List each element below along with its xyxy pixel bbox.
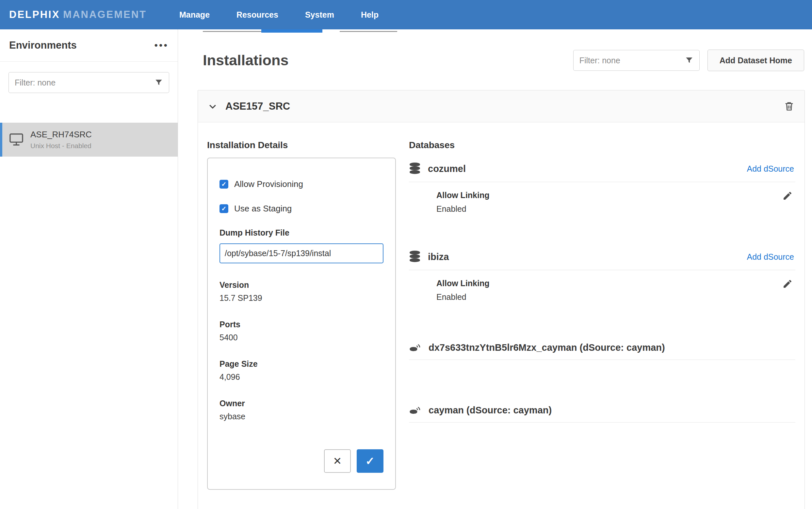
ports-label: Ports [219,320,383,329]
database-name: ibiza [428,251,449,262]
dump-history-file-label: Dump History File [219,228,383,238]
page-title: Installations [203,52,289,69]
cancel-button[interactable]: ✕ [324,449,351,473]
owner-value: sybase [219,412,383,421]
database-entry-details: Allow Linking Enabled [409,191,795,214]
database-entry-dx7s-cayman: dx7s633tnzYtnB5lr6Mzx_cayman (dSource: c… [409,342,795,360]
add-dsource-link[interactable]: Add dSource [747,252,795,262]
installation-card: ASE157_SRC Installation Details ✓ Allow … [198,90,805,509]
database-name: dx7s633tnzYtnB5lr6Mzx_cayman (dSource: c… [429,342,665,353]
database-entry-ibiza: ibiza Add dSource Allow Linking Enabled [409,250,795,302]
sidebar-title: Environments [9,39,77,51]
logo-secondary: MANAGEMENT [63,9,147,20]
database-icon [409,162,421,175]
database-entry-cozumel: cozumel Add dSource Allow Linking Enable… [409,162,795,214]
add-dsource-link[interactable]: Add dSource [747,164,795,174]
installation-card-header[interactable]: ASE157_SRC [198,90,805,122]
page-body: Environments ••• ASE_RH74SRC Unix Host -… [0,29,812,509]
tab-fragment-right[interactable] [340,31,397,32]
filter-funnel-icon[interactable] [685,56,693,65]
version-label: Version [219,280,383,290]
trash-icon[interactable] [784,101,795,112]
installations-filter[interactable] [573,50,700,71]
env-item-status: Unix Host - Enabled [30,142,92,150]
installation-details-panel: ✓ Allow Provisioning ✓ Use as Staging Du… [207,158,396,490]
database-name: cayman (dSource: cayman) [429,405,552,416]
nav-item-help[interactable]: Help [360,7,380,23]
dsource-icon [409,343,421,353]
database-icon [409,250,421,263]
use-as-staging-checkbox[interactable]: ✓ [219,204,228,213]
databases-column: Databases cozumel Add dSource [409,140,795,490]
database-name: cozumel [428,164,466,174]
database-entry-header: ibiza Add dSource [409,250,795,270]
confirm-button[interactable]: ✓ [357,449,383,473]
main-content: Installations Add Dataset Home ASE157_SR… [178,29,812,509]
delphix-logo: DELPHIXMANAGEMENT [9,9,147,21]
installation-card-body: Installation Details ✓ Allow Provisionin… [198,122,805,509]
ellipsis-menu-icon[interactable]: ••• [154,40,168,50]
installations-filter-input[interactable] [580,56,681,65]
ports-value: 5400 [219,333,383,342]
tab-fragment-left[interactable] [203,31,261,32]
installation-details-heading: Installation Details [207,140,396,150]
version-value: 15.7 SP139 [219,293,383,303]
environments-sidebar: Environments ••• ASE_RH74SRC Unix Host -… [0,29,178,509]
header-actions: Add Dataset Home [573,49,804,71]
env-item-texts: ASE_RH74SRC Unix Host - Enabled [30,130,92,150]
allow-provisioning-checkbox[interactable]: ✓ [219,180,228,189]
sidebar-filter-input[interactable] [15,78,151,88]
database-entry-header: dx7s633tnzYtnB5lr6Mzx_cayman (dSource: c… [409,342,795,360]
allow-provisioning-row: ✓ Allow Provisioning [219,179,383,189]
add-dataset-home-button[interactable]: Add Dataset Home [708,49,804,71]
main-header: Installations Add Dataset Home [198,49,812,71]
database-entry-cayman: cayman (dSource: cayman) [409,405,795,422]
allow-linking-label: Allow Linking [436,191,773,200]
dsource-icon [409,405,421,416]
allow-linking-value: Enabled [436,292,773,302]
allow-linking-label: Allow Linking [436,279,773,288]
page-size-value: 4,096 [219,372,383,382]
top-navbar: DELPHIXMANAGEMENT Manage Resources Syste… [0,0,812,29]
env-item-name: ASE_RH74SRC [30,130,92,140]
filter-funnel-icon[interactable] [155,78,163,87]
database-entry-header: cayman (dSource: cayman) [409,405,795,422]
database-entry-details: Allow Linking Enabled [409,279,795,302]
details-action-buttons: ✕ ✓ [219,449,383,473]
tab-fragment-active[interactable] [261,29,322,33]
databases-heading: Databases [409,140,795,150]
use-as-staging-row: ✓ Use as Staging [219,204,383,214]
installation-name: ASE157_SRC [225,101,290,112]
host-icon [9,133,24,146]
sidebar-item-ase-rh74src[interactable]: ASE_RH74SRC Unix Host - Enabled [0,123,178,157]
nav-item-manage[interactable]: Manage [178,7,211,23]
sidebar-filter[interactable] [8,72,169,93]
nav-item-resources[interactable]: Resources [235,7,280,23]
edit-pencil-icon[interactable] [782,279,793,291]
installation-details-column: Installation Details ✓ Allow Provisionin… [207,140,396,490]
nav-item-system[interactable]: System [304,7,336,23]
main-nav: Manage Resources System Help [178,7,380,23]
chevron-down-icon[interactable] [208,101,218,111]
logo-primary: DELPHIX [9,9,60,20]
allow-provisioning-label: Allow Provisioning [234,179,303,189]
database-entry-header: cozumel Add dSource [409,162,795,182]
dump-history-file-input[interactable] [219,243,383,263]
sidebar-header: Environments ••• [0,29,178,62]
page-size-label: Page Size [219,359,383,369]
owner-label: Owner [219,399,383,408]
use-as-staging-label: Use as Staging [234,204,292,214]
allow-linking-value: Enabled [436,204,773,214]
app-root: DELPHIXMANAGEMENT Manage Resources Syste… [0,0,812,509]
edit-pencil-icon[interactable] [782,191,793,202]
